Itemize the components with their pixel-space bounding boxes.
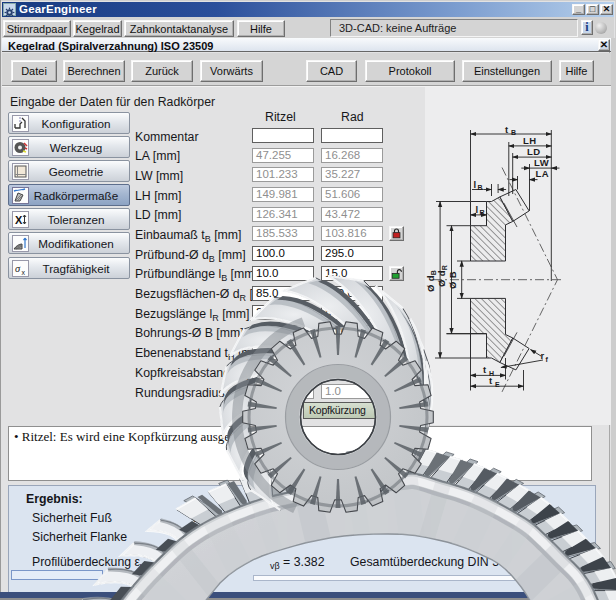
svg-text:R: R: [480, 209, 485, 216]
svg-text:E: E: [495, 381, 500, 388]
svg-text:l: l: [474, 179, 477, 190]
svg-text:Ø B: Ø B: [447, 271, 458, 289]
svg-text:t: t: [489, 375, 493, 386]
svg-text:LH: LH: [523, 135, 537, 146]
svg-text:B: B: [478, 184, 483, 191]
svg-text:σ: σ: [15, 263, 21, 274]
svg-text:X: X: [15, 213, 23, 225]
svg-text:t: t: [505, 124, 509, 135]
svg-text:l: l: [476, 204, 479, 215]
svg-text:r: r: [541, 350, 545, 361]
svg-text:LD: LD: [527, 146, 541, 157]
svg-text:LW: LW: [534, 157, 549, 168]
svg-text:t: t: [483, 364, 487, 375]
svg-text:x: x: [22, 268, 26, 275]
svg-text:f: f: [546, 356, 549, 363]
svg-text:LA: LA: [536, 168, 550, 179]
svg-text:B: B: [511, 129, 516, 136]
